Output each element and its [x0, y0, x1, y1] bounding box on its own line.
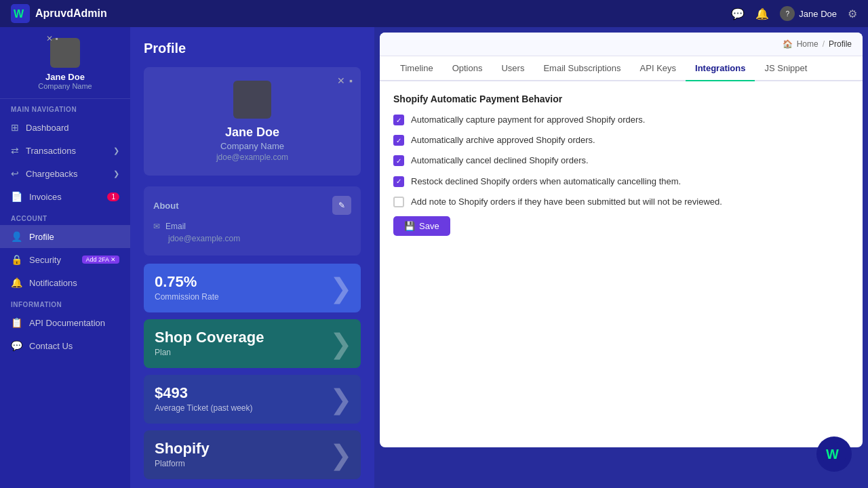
brand-name: ApruvdAdmin: [35, 7, 107, 20]
section-title: Shopify Automatic Payment Behavior: [393, 94, 849, 104]
svg-text:W: W: [14, 8, 24, 20]
about-title: About: [153, 201, 179, 211]
commission-rate-card[interactable]: 0.75% Commission Rate ❯: [144, 264, 361, 312]
commission-label: Commission Rate: [155, 292, 350, 302]
chat-icon[interactable]: 💬: [731, 7, 745, 20]
tab-users[interactable]: Users: [492, 56, 534, 81]
checkbox-1[interactable]: [393, 115, 404, 125]
sidebar-item-security[interactable]: 🔒 Security Add 2FA ✕: [0, 248, 130, 271]
modal-tabs: Timeline Options Users Email Subscriptio…: [380, 56, 863, 81]
float-logo-svg: W: [822, 442, 846, 466]
sidebar-item-dashboard[interactable]: ⊞ Dashboard: [0, 116, 130, 139]
shop-coverage-value: Shop Coverage: [155, 329, 350, 346]
sidebar-item-label: Profile: [29, 232, 54, 242]
checkbox-row-5: Add note to Shopify orders if they have …: [393, 196, 849, 208]
breadcrumb: 🏠 Home / Profile: [783, 39, 852, 49]
arrow-icon: ❯: [330, 384, 353, 415]
breadcrumb-separator: /: [823, 39, 825, 49]
tab-integrations[interactable]: Integrations: [686, 56, 755, 81]
tab-js-snippet[interactable]: JS Snippet: [755, 56, 816, 81]
breadcrumb-home[interactable]: Home: [797, 39, 818, 49]
profile-card: ✕ ▪ Jane Doe Company Name jdoe@example.c…: [144, 67, 361, 176]
tab-options[interactable]: Options: [443, 56, 492, 81]
checkbox-label-5: Add note to Shopify orders if they have …: [411, 196, 722, 208]
sidebar-item-label: API Documentation: [29, 318, 105, 328]
bell-icon[interactable]: 🔔: [755, 7, 769, 20]
checkbox-5[interactable]: [393, 197, 404, 207]
modal-header: 🏠 Home / Profile: [380, 33, 863, 56]
email-label: Email: [165, 222, 186, 231]
avg-ticket-value: $493: [155, 384, 350, 402]
sidebar-item-label: Dashboard: [26, 123, 69, 133]
checkbox-row-1: Automatically capture payment for approv…: [393, 114, 849, 126]
avg-ticket-card[interactable]: $493 Average Ticket (past week) ❯: [144, 375, 361, 424]
svg-text:W: W: [826, 447, 839, 462]
email-value-row: jdoe@example.com: [153, 234, 351, 243]
sidebar-item-api-docs[interactable]: 📋 API Documentation: [0, 311, 130, 334]
settings-icon[interactable]: ⚙: [848, 7, 857, 20]
close-icon[interactable]: ✕: [337, 75, 345, 86]
tab-email-subscriptions[interactable]: Email Subscriptions: [534, 56, 630, 81]
profile-panel: Profile ✕ ▪ Jane Doe Company Name jdoe@e…: [130, 27, 374, 488]
shopify-value: Shopify: [155, 440, 350, 458]
sidebar-avatar: ✕ ▪: [50, 38, 80, 68]
save-label: Save: [419, 221, 439, 231]
avatar: ?: [780, 6, 795, 21]
checkbox-row-2: Automatically archive approved Shopify o…: [393, 134, 849, 146]
arrow-icon: ❯: [330, 328, 353, 359]
profile-email: jdoe@example.com: [216, 152, 288, 162]
invoices-badge: 1: [107, 192, 119, 201]
email-row: ✉ Email: [153, 222, 351, 231]
save-button[interactable]: 💾 Save: [393, 216, 450, 236]
email-value: jdoe@example.com: [168, 234, 240, 243]
checkbox-label-1: Automatically capture payment for approv…: [411, 114, 645, 126]
checkbox-3[interactable]: [393, 155, 404, 166]
sidebar-item-label: Security: [29, 255, 61, 265]
chevron-right-icon: ❯: [113, 169, 119, 178]
sidebar-item-contact-us[interactable]: 💬 Contact Us: [0, 334, 130, 357]
main-nav-label: MAIN NAVIGATION: [0, 99, 130, 116]
sidebar-item-profile[interactable]: 👤 Profile: [0, 225, 130, 248]
save-icon: 💾: [404, 221, 415, 231]
chevron-right-icon: ❯: [113, 146, 119, 155]
main-content: Profile ✕ ▪ Jane Doe Company Name jdoe@e…: [130, 27, 868, 488]
security-icon: 🔒: [11, 254, 22, 265]
user-menu[interactable]: ? Jane Doe: [780, 6, 837, 21]
avg-ticket-label: Average Ticket (past week): [155, 403, 350, 413]
sidebar-item-label: Chargebacks: [26, 169, 78, 179]
transactions-icon: ⇄: [11, 145, 19, 156]
sidebar-item-invoices[interactable]: 📄 Invoices 1: [0, 185, 130, 208]
account-label: ACCOUNT: [0, 208, 130, 225]
about-header: About ✎: [153, 196, 351, 215]
checkbox-4[interactable]: [393, 176, 404, 187]
shopify-card[interactable]: Shopify Platform ❯: [144, 430, 361, 479]
right-panel: W Create Profile W Choose Integration Pr…: [374, 27, 868, 488]
float-brand-icon[interactable]: W: [816, 436, 852, 472]
sidebar-item-transactions[interactable]: ⇄ Transactions ❯: [0, 139, 130, 162]
sidebar-item-notifications[interactable]: 🔔 Notifications: [0, 271, 130, 294]
sidebar-item-label: Invoices: [29, 192, 62, 202]
avatar-x-icon: ✕ ▪: [46, 34, 58, 43]
shop-coverage-label: Plan: [155, 348, 350, 357]
top-nav-actions: 💬 🔔 ? Jane Doe ⚙: [731, 6, 857, 21]
tab-timeline[interactable]: Timeline: [391, 56, 443, 81]
arrow-icon: ❯: [330, 439, 353, 470]
edit-icon[interactable]: ▪: [349, 75, 353, 86]
about-edit-button[interactable]: ✎: [332, 196, 351, 215]
breadcrumb-current: Profile: [829, 39, 852, 49]
sidebar-item-label: Transactions: [26, 146, 76, 156]
checkbox-row-3: Automatically cancel declined Shopify or…: [393, 155, 849, 167]
sidebar-item-chargebacks[interactable]: ↩ Chargebacks ❯: [0, 162, 130, 185]
shop-coverage-card[interactable]: Shop Coverage Plan ❯: [144, 319, 361, 368]
profile-avatar: [233, 81, 271, 119]
commission-value: 0.75%: [155, 273, 350, 291]
checkbox-2[interactable]: [393, 135, 404, 146]
integrations-modal: 🏠 Home / Profile Timeline Options Users …: [380, 33, 863, 447]
home-icon: 🏠: [783, 39, 793, 49]
about-section: About ✎ ✉ Email jdoe@example.com: [144, 186, 361, 256]
tab-api-keys[interactable]: API Keys: [631, 56, 686, 81]
checkbox-label-2: Automatically archive approved Shopify o…: [411, 134, 595, 146]
checkbox-row-4: Restock declined Shopify orders when aut…: [393, 176, 849, 188]
sidebar: ✕ ▪ Jane Doe Company Name MAIN NAVIGATIO…: [0, 27, 130, 488]
add-2fa-badge[interactable]: Add 2FA ✕: [82, 256, 119, 264]
